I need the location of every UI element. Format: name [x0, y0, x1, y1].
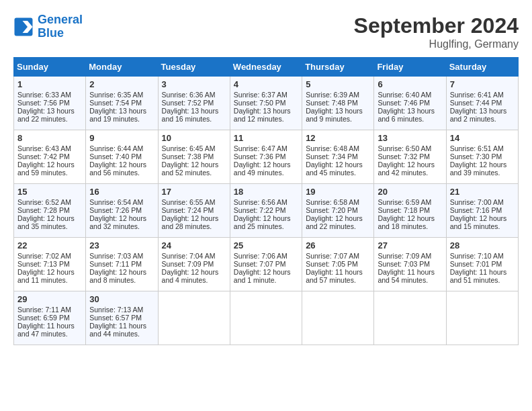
- daylight-text: Daylight: 12 hours and 42 minutes.: [378, 161, 435, 177]
- day-number: 20: [378, 187, 442, 197]
- sunrise-text: Sunrise: 6:55 AM: [162, 198, 216, 206]
- sunrise-text: Sunrise: 6:45 AM: [162, 144, 216, 152]
- daylight-text: Daylight: 12 hours and 32 minutes.: [89, 214, 146, 230]
- sunset-text: Sunset: 7:48 PM: [306, 99, 358, 107]
- sunset-text: Sunset: 7:28 PM: [17, 206, 70, 214]
- day-number: 26: [306, 240, 370, 250]
- day-number: 19: [306, 187, 370, 197]
- sunset-text: Sunset: 7:52 PM: [162, 99, 214, 107]
- daylight-text: Daylight: 12 hours and 25 minutes.: [234, 214, 291, 230]
- sunrise-text: Sunrise: 6:44 AM: [89, 144, 143, 152]
- calendar-cell: 15Sunrise: 6:52 AMSunset: 7:28 PMDayligh…: [14, 184, 86, 238]
- sunset-text: Sunset: 6:57 PM: [89, 314, 142, 322]
- sunrise-text: Sunrise: 6:37 AM: [234, 91, 287, 99]
- calendar-cell: 29Sunrise: 7:11 AMSunset: 6:59 PMDayligh…: [14, 291, 86, 345]
- calendar-cell: 7Sunrise: 6:41 AMSunset: 7:44 PMDaylight…: [446, 77, 518, 130]
- daylight-text: Daylight: 12 hours and 56 minutes.: [89, 161, 146, 177]
- calendar-cell: [230, 291, 302, 345]
- calendar-header-row: SundayMondayTuesdayWednesdayThursdayFrid…: [14, 58, 519, 77]
- sunset-text: Sunset: 7:18 PM: [378, 206, 430, 214]
- sunset-text: Sunset: 7:36 PM: [234, 152, 286, 161]
- daylight-text: Daylight: 13 hours and 22 minutes.: [17, 107, 75, 123]
- calendar-cell: 3Sunrise: 6:36 AMSunset: 7:52 PMDaylight…: [158, 77, 230, 130]
- sunrise-text: Sunrise: 6:50 AM: [378, 144, 431, 152]
- sunrise-text: Sunrise: 6:40 AM: [378, 91, 431, 99]
- sunset-text: Sunset: 7:32 PM: [378, 152, 430, 161]
- day-number: 8: [17, 133, 82, 143]
- sunset-text: Sunset: 7:26 PM: [89, 206, 142, 214]
- day-number: 14: [450, 133, 515, 143]
- sunrise-text: Sunrise: 6:59 AM: [378, 198, 431, 206]
- sunset-text: Sunset: 7:11 PM: [89, 260, 142, 268]
- calendar-cell: 6Sunrise: 6:40 AMSunset: 7:46 PMDaylight…: [374, 77, 446, 130]
- daylight-text: Daylight: 11 hours and 44 minutes.: [89, 322, 146, 338]
- calendar-cell: 26Sunrise: 7:07 AMSunset: 7:05 PMDayligh…: [302, 238, 374, 291]
- day-number: 7: [450, 79, 515, 89]
- header-day-thursday: Thursday: [302, 58, 374, 77]
- logo: General Blue: [13, 13, 83, 40]
- sunset-text: Sunset: 7:07 PM: [234, 260, 286, 268]
- calendar-month-year: September 2024: [354, 13, 519, 38]
- sunrise-text: Sunrise: 6:33 AM: [17, 91, 71, 99]
- sunset-text: Sunset: 7:34 PM: [306, 152, 358, 161]
- sunset-text: Sunset: 6:59 PM: [17, 314, 70, 322]
- calendar-location: Huglfing, Germany: [354, 38, 519, 50]
- calendar-cell: [374, 291, 446, 345]
- calendar-cell: 13Sunrise: 6:50 AMSunset: 7:32 PMDayligh…: [374, 130, 446, 184]
- day-number: 12: [306, 133, 370, 143]
- daylight-text: Daylight: 11 hours and 57 minutes.: [306, 268, 363, 284]
- day-number: 1: [17, 79, 82, 89]
- calendar-cell: 22Sunrise: 7:02 AMSunset: 7:13 PMDayligh…: [14, 238, 86, 291]
- header-day-tuesday: Tuesday: [158, 58, 230, 77]
- header-day-saturday: Saturday: [446, 58, 518, 77]
- sunset-text: Sunset: 7:44 PM: [450, 99, 502, 107]
- calendar-cell: 20Sunrise: 6:59 AMSunset: 7:18 PMDayligh…: [374, 184, 446, 238]
- logo-text: General Blue: [38, 13, 83, 40]
- calendar-cell: 28Sunrise: 7:10 AMSunset: 7:01 PMDayligh…: [446, 238, 518, 291]
- sunrise-text: Sunrise: 7:06 AM: [234, 252, 287, 260]
- header-day-sunday: Sunday: [14, 58, 86, 77]
- day-number: 11: [234, 133, 298, 143]
- day-number: 3: [162, 79, 226, 89]
- daylight-text: Daylight: 13 hours and 19 minutes.: [89, 107, 146, 123]
- calendar-cell: 16Sunrise: 6:54 AMSunset: 7:26 PMDayligh…: [86, 184, 158, 238]
- logo-icon: [13, 17, 34, 37]
- calendar-week-row: 29Sunrise: 7:11 AMSunset: 6:59 PMDayligh…: [14, 291, 519, 345]
- sunrise-text: Sunrise: 7:00 AM: [450, 198, 504, 206]
- calendar-cell: 12Sunrise: 6:48 AMSunset: 7:34 PMDayligh…: [302, 130, 374, 184]
- calendar-week-row: 8Sunrise: 6:43 AMSunset: 7:42 PMDaylight…: [14, 130, 519, 184]
- calendar-cell: [446, 291, 518, 345]
- daylight-text: Daylight: 12 hours and 8 minutes.: [89, 268, 146, 284]
- day-number: 18: [234, 187, 298, 197]
- calendar-title: September 2024 Huglfing, Germany: [354, 13, 519, 50]
- day-number: 30: [89, 294, 154, 304]
- sunrise-text: Sunrise: 7:11 AM: [17, 306, 71, 314]
- day-number: 28: [450, 240, 515, 250]
- sunrise-text: Sunrise: 6:39 AM: [306, 91, 359, 99]
- daylight-text: Daylight: 13 hours and 6 minutes.: [378, 107, 435, 123]
- sunrise-text: Sunrise: 6:56 AM: [234, 198, 287, 206]
- sunrise-text: Sunrise: 6:47 AM: [234, 144, 287, 152]
- calendar-cell: 30Sunrise: 7:13 AMSunset: 6:57 PMDayligh…: [86, 291, 158, 345]
- day-number: 25: [234, 240, 298, 250]
- day-number: 15: [17, 187, 82, 197]
- sunrise-text: Sunrise: 6:41 AM: [450, 91, 504, 99]
- header-day-wednesday: Wednesday: [230, 58, 302, 77]
- daylight-text: Daylight: 12 hours and 1 minute.: [234, 268, 291, 284]
- sunrise-text: Sunrise: 6:51 AM: [450, 144, 504, 152]
- calendar-cell: 27Sunrise: 7:09 AMSunset: 7:03 PMDayligh…: [374, 238, 446, 291]
- sunset-text: Sunset: 7:38 PM: [162, 152, 214, 161]
- sunset-text: Sunset: 7:46 PM: [378, 99, 430, 107]
- calendar-cell: 18Sunrise: 6:56 AMSunset: 7:22 PMDayligh…: [230, 184, 302, 238]
- day-number: 29: [17, 294, 82, 304]
- calendar-cell: 24Sunrise: 7:04 AMSunset: 7:09 PMDayligh…: [158, 238, 230, 291]
- day-number: 13: [378, 133, 442, 143]
- daylight-text: Daylight: 12 hours and 22 minutes.: [306, 214, 363, 230]
- day-number: 23: [89, 240, 154, 250]
- sunrise-text: Sunrise: 6:54 AM: [89, 198, 143, 206]
- sunrise-text: Sunrise: 7:10 AM: [450, 252, 504, 260]
- calendar-cell: 5Sunrise: 6:39 AMSunset: 7:48 PMDaylight…: [302, 77, 374, 130]
- day-number: 27: [378, 240, 442, 250]
- sunset-text: Sunset: 7:09 PM: [162, 260, 214, 268]
- calendar-week-row: 22Sunrise: 7:02 AMSunset: 7:13 PMDayligh…: [14, 238, 519, 291]
